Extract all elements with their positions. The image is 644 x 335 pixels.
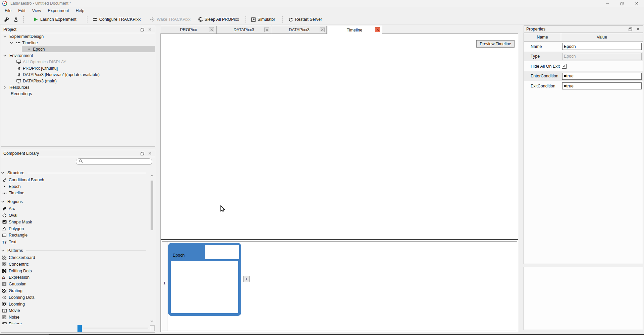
closex-icon[interactable] xyxy=(264,27,269,32)
tree-row[interactable]: Timeline xyxy=(1,40,155,46)
tree-row[interactable]: Resources xyxy=(1,84,155,91)
library-row[interactable]: Picture xyxy=(1,321,150,324)
title-bar: LabMaestro - Untitled Document * xyxy=(0,0,644,7)
toolbar-button[interactable]: Restart Server xyxy=(287,15,324,23)
search-input[interactable] xyxy=(84,159,149,164)
toolbar-button[interactable] xyxy=(87,16,88,23)
toolbar-button[interactable] xyxy=(23,16,24,23)
closex-icon[interactable] xyxy=(635,26,641,32)
bullet-icon xyxy=(1,185,8,188)
minimize-icon[interactable] xyxy=(600,0,614,7)
library-row[interactable]: Grating xyxy=(1,287,150,294)
library-row[interactable]: Noise xyxy=(1,314,150,321)
toolbar-button[interactable]: Configure TRACKPixx xyxy=(91,15,142,23)
document-tab[interactable]: PROPixx xyxy=(161,26,216,34)
property-value-input[interactable] xyxy=(562,82,642,89)
library-row[interactable]: Gaussian xyxy=(1,281,150,287)
library-item-label: Epoch xyxy=(9,184,20,189)
tree-row[interactable]: ExperimentDesign xyxy=(1,33,155,40)
library-row[interactable]: Regions xyxy=(1,198,150,205)
document-tab[interactable]: DATAPixx3 xyxy=(272,26,327,34)
library-row[interactable]: Looming xyxy=(1,301,150,308)
tree-row[interactable]: AU Optronics DISPLAY xyxy=(1,59,155,65)
tree-row[interactable]: DATAPixx3 (main) xyxy=(1,78,155,84)
closex-icon[interactable] xyxy=(629,0,644,7)
library-row[interactable]: Timeline xyxy=(1,190,150,197)
floatwin-icon[interactable] xyxy=(628,26,633,32)
property-label: EnterCondition xyxy=(524,74,561,78)
tree-row[interactable]: Environment xyxy=(1,52,155,59)
library-horizontal-scrollbar[interactable] xyxy=(1,325,155,332)
property-value-input[interactable] xyxy=(562,53,642,60)
library-row[interactable]: Looming Dots xyxy=(1,294,150,301)
toolbar-button[interactable]: Simulator xyxy=(250,15,277,23)
library-row[interactable]: Movie xyxy=(1,308,150,314)
library-row[interactable]: Structure xyxy=(1,169,150,177)
horizontal-scroll-thumb[interactable] xyxy=(77,325,82,332)
library-row[interactable]: fxExpression xyxy=(1,274,150,281)
library-row[interactable]: Checkerboard xyxy=(1,254,150,261)
menu-item[interactable]: File xyxy=(1,7,15,14)
library-row[interactable]: Rectangle xyxy=(1,232,150,239)
tree-row[interactable]: PROPixx [Cthulhu] xyxy=(1,65,155,71)
tree-row[interactable]: Epoch xyxy=(1,46,155,52)
chevdown-icon[interactable] xyxy=(1,200,6,203)
closex-icon[interactable] xyxy=(147,27,153,32)
property-value-input[interactable] xyxy=(562,43,642,50)
library-row[interactable]: Drifting Dots xyxy=(1,268,150,274)
library-row[interactable]: Patterns xyxy=(1,247,150,254)
property-row: Hide All On Exit xyxy=(524,61,643,71)
menu-item[interactable]: Edit xyxy=(15,7,29,14)
epoch-block-body[interactable] xyxy=(171,261,238,313)
toolbar-button[interactable] xyxy=(246,16,246,23)
library-row[interactable]: Polygon xyxy=(1,225,150,232)
floatwin-icon[interactable] xyxy=(140,27,145,32)
toolbar-button[interactable]: Wake TRACKPixx xyxy=(148,15,192,23)
closex-icon[interactable] xyxy=(147,151,153,156)
closex-icon[interactable] xyxy=(209,27,214,32)
toolbar-button[interactable] xyxy=(3,15,11,23)
chevup-icon[interactable] xyxy=(150,174,154,179)
chevdown-icon[interactable] xyxy=(10,41,15,45)
tree-row[interactable]: Recordings xyxy=(1,91,155,97)
floatwin-icon[interactable] xyxy=(140,151,145,156)
epoch-block-slot[interactable] xyxy=(205,245,239,259)
chevdown-icon[interactable] xyxy=(1,249,6,252)
chevdown-icon[interactable] xyxy=(3,54,8,57)
library-vertical-scrollbar[interactable] xyxy=(150,174,154,324)
closex-icon[interactable] xyxy=(320,27,325,32)
property-value-input[interactable] xyxy=(562,73,642,80)
document-tab[interactable]: DATAPixx3 xyxy=(216,26,271,34)
library-row[interactable]: Arc xyxy=(1,205,150,212)
tree-row[interactable]: DATAPixx3 [Nouveau1](update available) xyxy=(1,72,155,78)
checkbox[interactable] xyxy=(562,64,567,69)
vertical-scroll-thumb[interactable] xyxy=(151,181,153,230)
add-epoch-button[interactable]: + xyxy=(243,276,250,282)
toolbar-button[interactable] xyxy=(12,15,20,23)
library-row[interactable]: Oval xyxy=(1,212,150,219)
toolbar-button[interactable]: Sleep All PROPixx xyxy=(196,15,241,23)
toolbar-button[interactable]: Launch Experiment xyxy=(32,15,78,23)
menu-item[interactable]: Experiment xyxy=(45,7,72,14)
library-row[interactable]: Conditional Branch xyxy=(1,177,150,183)
library-item-label: Oval xyxy=(9,213,17,218)
chevright-icon[interactable] xyxy=(3,86,8,89)
horizontal-splitter[interactable] xyxy=(161,239,518,240)
document-tab[interactable]: Timeline xyxy=(327,26,382,34)
properties-panel-header: Properties xyxy=(524,25,643,33)
labmaestro-window: LabMaestro - Untitled Document * FileEdi… xyxy=(0,0,644,335)
menu-item[interactable]: View xyxy=(29,7,45,14)
menu-item[interactable]: Help xyxy=(72,7,88,14)
toolbar-button[interactable] xyxy=(282,16,283,23)
library-row[interactable]: TTText xyxy=(1,239,150,245)
library-row[interactable]: Concentric xyxy=(1,261,150,268)
chevdowng-icon[interactable] xyxy=(150,319,154,324)
chevdown-icon[interactable] xyxy=(1,171,6,175)
closex-icon[interactable] xyxy=(375,27,380,32)
chevdown-icon[interactable] xyxy=(3,35,8,38)
restorewin-icon[interactable] xyxy=(614,0,629,7)
preview-timeline-button[interactable]: Preview Timeline xyxy=(476,40,515,48)
library-row[interactable]: Epoch xyxy=(1,183,150,190)
library-row[interactable]: Shape Mask xyxy=(1,219,150,225)
epoch-block[interactable]: Epoch xyxy=(168,243,241,316)
